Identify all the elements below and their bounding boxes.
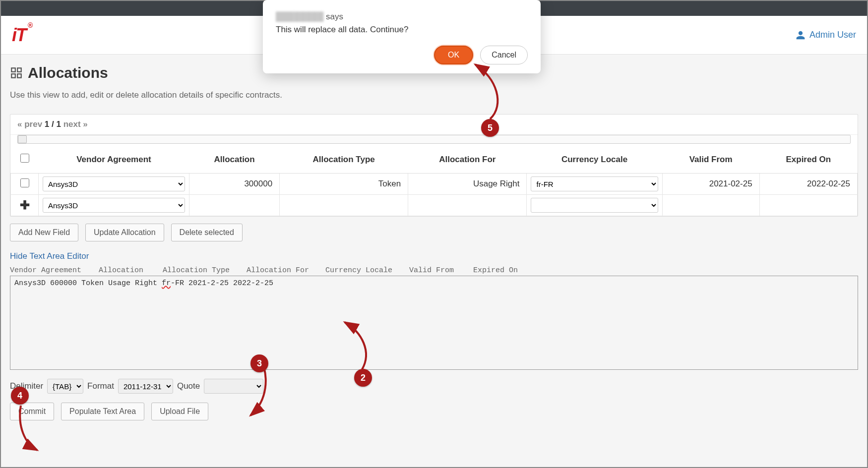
pager-next[interactable]: next »	[63, 119, 88, 129]
pager-prev[interactable]: « prev	[17, 119, 42, 129]
svg-rect-3	[17, 74, 21, 78]
add-row-icon[interactable]: ✚	[20, 198, 30, 212]
col-expired-on: Expired On	[759, 146, 857, 174]
table-header-row: Vendor Agreement Allocation Allocation T…	[11, 146, 858, 174]
svg-rect-0	[11, 68, 15, 72]
allocations-table-panel: « prev 1 / 1 next » Vendor Agreement All…	[10, 114, 858, 217]
current-user[interactable]: Admin User	[796, 30, 856, 40]
pager-position: 1 / 1	[45, 119, 61, 129]
label-valid-from: Valid From	[409, 266, 469, 275]
col-allocation-for: Allocation For	[408, 146, 527, 174]
confirm-dialog: ████████ says This will replace all data…	[263, 0, 541, 73]
delete-selected-button[interactable]: Delete selected	[171, 224, 243, 241]
quote-select[interactable]	[204, 379, 263, 394]
pager: « prev 1 / 1 next »	[10, 115, 858, 135]
vendor-agreement-select[interactable]: Ansys3D	[43, 198, 185, 213]
svg-rect-1	[17, 68, 21, 72]
dialog-ok-button[interactable]: OK	[434, 46, 473, 64]
page-subtitle: Use this view to add, edit or delete all…	[10, 90, 858, 100]
upload-file-button[interactable]: Upload File	[151, 403, 208, 420]
allocation-value[interactable]: 300000	[193, 179, 275, 189]
spellcheck-marker: fr	[162, 279, 171, 288]
logo-text: iT	[12, 25, 26, 45]
currency-locale-select[interactable]: fr-FR	[531, 176, 658, 191]
logo-registered: ®	[28, 21, 32, 29]
col-currency-locale: Currency Locale	[527, 146, 662, 174]
dialog-origin: ████████ says	[276, 12, 528, 22]
text-area-column-labels: Vendor Agreement Allocation Allocation T…	[10, 266, 858, 275]
delimiter-select[interactable]: {TAB}	[47, 379, 83, 394]
row-checkbox[interactable]	[20, 178, 29, 187]
user-icon	[796, 30, 806, 40]
hide-text-area-editor-link[interactable]: Hide Text Area Editor	[10, 251, 89, 261]
step-badge-3: 3	[250, 354, 268, 372]
currency-locale-select[interactable]	[531, 198, 658, 213]
allocations-table: Vendor Agreement Allocation Allocation T…	[10, 146, 858, 216]
expired-on-value[interactable]: 2022-02-25	[764, 179, 853, 189]
valid-from-value[interactable]: 2021-02-25	[667, 179, 755, 189]
current-user-name: Admin User	[809, 30, 856, 40]
label-currency-locale: Currency Locale	[325, 266, 405, 275]
col-allocation: Allocation	[189, 146, 279, 174]
table-row: ✚ Ansys3D	[11, 195, 858, 216]
table-row: Ansys3D 300000 Token Usage Right fr-FR 2…	[11, 174, 858, 195]
dialog-origin-blurred: ████████	[276, 12, 323, 21]
col-valid-from: Valid From	[662, 146, 759, 174]
update-allocation-button[interactable]: Update Allocation	[85, 224, 164, 241]
page-title-text: Allocations	[28, 64, 108, 81]
add-new-field-button[interactable]: Add New Field	[10, 224, 78, 241]
label-allocation-type: Allocation Type	[163, 266, 242, 275]
allocation-type-value[interactable]: Token	[284, 179, 404, 189]
commit-button[interactable]: Commit	[10, 403, 54, 420]
dialog-message: This will replace all data. Continue?	[276, 25, 528, 35]
app-logo: iT®	[12, 25, 32, 46]
dialog-says-text: says	[326, 12, 343, 21]
step-badge-4: 4	[11, 387, 29, 405]
horizontal-scrollbar[interactable]	[17, 135, 851, 144]
allocation-for-value[interactable]: Usage Right	[412, 179, 522, 189]
label-allocation: Allocation	[99, 266, 158, 275]
format-label: Format	[87, 381, 114, 391]
col-vendor-agreement: Vendor Agreement	[39, 146, 189, 174]
label-expired-on: Expired On	[473, 266, 533, 275]
label-vendor-agreement: Vendor Agreement	[10, 266, 94, 275]
bulk-edit-textarea[interactable]: Ansys3D 600000 Token Usage Right fr-FR 2…	[10, 276, 858, 370]
vendor-agreement-select[interactable]: Ansys3D	[43, 176, 185, 191]
step-badge-5: 5	[481, 119, 499, 137]
grid-icon	[10, 66, 23, 79]
populate-text-area-button[interactable]: Populate Text Area	[61, 403, 144, 420]
label-allocation-for: Allocation For	[247, 266, 321, 275]
quote-label: Quote	[177, 381, 200, 391]
col-allocation-type: Allocation Type	[280, 146, 408, 174]
step-badge-2: 2	[354, 369, 372, 387]
scroll-thumb[interactable]	[18, 135, 27, 143]
dialog-cancel-button[interactable]: Cancel	[480, 46, 528, 64]
format-select[interactable]: 2011-12-31	[118, 379, 173, 394]
select-all-checkbox[interactable]	[20, 154, 29, 163]
svg-rect-2	[11, 74, 15, 78]
